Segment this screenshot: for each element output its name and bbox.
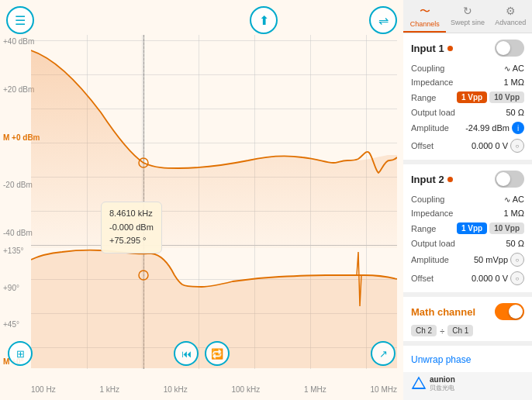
input2-toggle[interactable]	[495, 171, 524, 188]
skip-back-button[interactable]: ⏮	[174, 341, 199, 366]
input2-header: Input 2	[411, 171, 524, 188]
upload-icon: ⬆	[259, 13, 269, 28]
menu-icon: ☰	[15, 13, 26, 28]
brand-logo	[411, 376, 427, 391]
chart-toolbar-top: ☰ ⬆ ⇌	[6, 6, 397, 34]
input1-amplitude-value: -24.99 dBm i	[465, 122, 524, 134]
math-formula: Ch 2 ÷ Ch 1	[411, 325, 524, 336]
chart-svg	[31, 35, 397, 368]
input1-output-load-row: Output load 50 Ω	[411, 105, 524, 119]
advanced-icon: ⚙	[506, 5, 516, 17]
input1-amplitude-info[interactable]: i	[512, 122, 524, 134]
input1-impedance-row: Impedance 1 MΩ	[411, 75, 524, 89]
math-section: Math channel Ch 2 ÷ Ch 1	[403, 297, 532, 346]
input2-range-label: Range	[411, 224, 436, 233]
x-label: 10 kHz	[164, 385, 188, 394]
skip-back-icon: ⏮	[181, 348, 192, 360]
repeat-button[interactable]: 🔁	[205, 341, 230, 366]
input1-title-text: Input 1	[411, 43, 444, 54]
watermark: aunion 贝兹光电	[403, 372, 532, 395]
arrow-icon: ↗	[379, 348, 388, 360]
panel-content: Input 1 Coupling ∿ AC Impedance 1 MΩ	[403, 33, 532, 400]
input1-impedance-label: Impedance	[411, 78, 453, 87]
y-label: +135°	[3, 247, 24, 255]
math-header: Math channel	[411, 303, 524, 320]
menu-button[interactable]: ☰	[6, 6, 34, 34]
ac-icon: ∿	[504, 64, 510, 73]
math-ch1: Ch 1	[447, 325, 473, 336]
x-label: 10 MHz	[370, 385, 396, 394]
input2-section: Input 2 Coupling ∿ AC Impedance 1 MΩ	[403, 164, 532, 297]
tab-swept-sine[interactable]: ↻ Swept sine	[446, 0, 489, 33]
input2-range-10vpp[interactable]: 10 Vpp	[489, 222, 524, 234]
tab-bar: 〜 Channels ↻ Swept sine ⚙ Advanced	[403, 0, 532, 33]
input2-impedance-label: Impedance	[411, 209, 453, 218]
y-label: +90°	[3, 284, 24, 292]
chart-toolbar-bottom: ⏮ 🔁	[174, 341, 230, 366]
input2-range-1vpp[interactable]: 1 Vpp	[457, 222, 487, 234]
y-label: +45°	[3, 320, 24, 329]
brand-name: aunion	[430, 375, 455, 384]
math-op: ÷	[440, 326, 444, 336]
input1-coupling-label: Coupling	[411, 64, 444, 73]
brand-sub: 贝兹光电	[430, 384, 455, 392]
unwrap-label: Unwrap phase	[411, 354, 471, 365]
input1-range-1vpp[interactable]: 1 Vpp	[457, 91, 487, 103]
input2-amplitude-value: 50 mVpp ○	[474, 253, 524, 267]
input1-offset-value: 0.000 0 V ○	[472, 139, 524, 153]
input2-title-text: Input 2	[411, 174, 444, 185]
math-ch2: Ch 2	[411, 325, 437, 336]
right-panel: 〜 Channels ↻ Swept sine ⚙ Advanced Input…	[403, 0, 532, 400]
chart-area: ☰ ⬆ ⇌ +40 dBm +20 dBm M +0 dBm -20 dBm -…	[0, 0, 403, 400]
channels-icon: 〜	[420, 5, 430, 19]
input1-impedance-value: 1 MΩ	[503, 78, 524, 87]
math-toggle[interactable]	[495, 303, 524, 320]
input1-header: Input 1	[411, 40, 524, 57]
tab-advanced[interactable]: ⚙ Advanced	[489, 0, 532, 33]
math-title: Math channel	[411, 306, 475, 318]
input1-title: Input 1	[411, 43, 453, 54]
input2-amplitude-row: Amplitude 50 mVpp ○	[411, 250, 524, 269]
grid-icon: ⊞	[16, 348, 25, 360]
input2-coupling-label: Coupling	[411, 195, 444, 204]
input2-impedance-value: 1 MΩ	[503, 209, 524, 218]
input1-range-10vpp[interactable]: 10 Vpp	[489, 91, 524, 103]
settings-button[interactable]: ⇌	[369, 6, 397, 34]
input2-output-load-label: Output load	[411, 239, 455, 248]
input2-amplitude-circle[interactable]: ○	[510, 253, 524, 267]
tab-channels[interactable]: 〜 Channels	[403, 0, 446, 33]
x-axis: 100 Hz 1 kHz 10 kHz 100 kHz 1 MHz 10 MHz	[31, 385, 397, 394]
grid-button[interactable]: ⊞	[8, 341, 33, 366]
input2-output-load-row: Output load 50 Ω	[411, 236, 524, 250]
input2-amplitude-label: Amplitude	[411, 255, 449, 264]
swept-sine-icon: ↻	[463, 5, 472, 17]
input1-toggle-knob	[496, 41, 510, 55]
input2-offset-label: Offset	[411, 274, 434, 283]
x-label: 1 MHz	[304, 385, 326, 394]
input2-range-row: Range 1 Vpp 10 Vpp	[411, 220, 524, 236]
repeat-icon: 🔁	[211, 348, 223, 360]
x-label: 100 kHz	[231, 385, 260, 394]
input1-amplitude-row: Amplitude -24.99 dBm i	[411, 119, 524, 136]
input2-offset-circle[interactable]: ○	[510, 271, 524, 285]
input2-offset-row: Offset 0.000 0 V ○	[411, 269, 524, 288]
input2-output-load-value: 50 Ω	[506, 239, 524, 248]
input2-range-group: 1 Vpp 10 Vpp	[457, 222, 524, 234]
tab-channels-label: Channels	[410, 20, 440, 28]
input2-toggle-knob	[496, 172, 510, 186]
input1-section: Input 1 Coupling ∿ AC Impedance 1 MΩ	[403, 33, 532, 164]
input1-offset-circle[interactable]: ○	[510, 139, 524, 153]
upload-button[interactable]: ⬆	[250, 6, 278, 34]
input2-coupling-value: ∿ AC	[504, 195, 524, 204]
arrow-button[interactable]: ↗	[371, 341, 396, 366]
svg-marker-2	[413, 378, 425, 388]
input2-title: Input 2	[411, 174, 453, 185]
unwrap-section: Unwrap phase	[403, 346, 532, 372]
tab-swept-sine-label: Swept sine	[451, 19, 485, 26]
input1-toggle[interactable]	[495, 40, 524, 57]
math-toggle-knob	[509, 305, 523, 319]
ac-icon2: ∿	[504, 195, 510, 204]
input2-impedance-row: Impedance 1 MΩ	[411, 206, 524, 220]
tab-advanced-label: Advanced	[495, 19, 526, 26]
input1-range-group: 1 Vpp 10 Vpp	[457, 91, 524, 103]
